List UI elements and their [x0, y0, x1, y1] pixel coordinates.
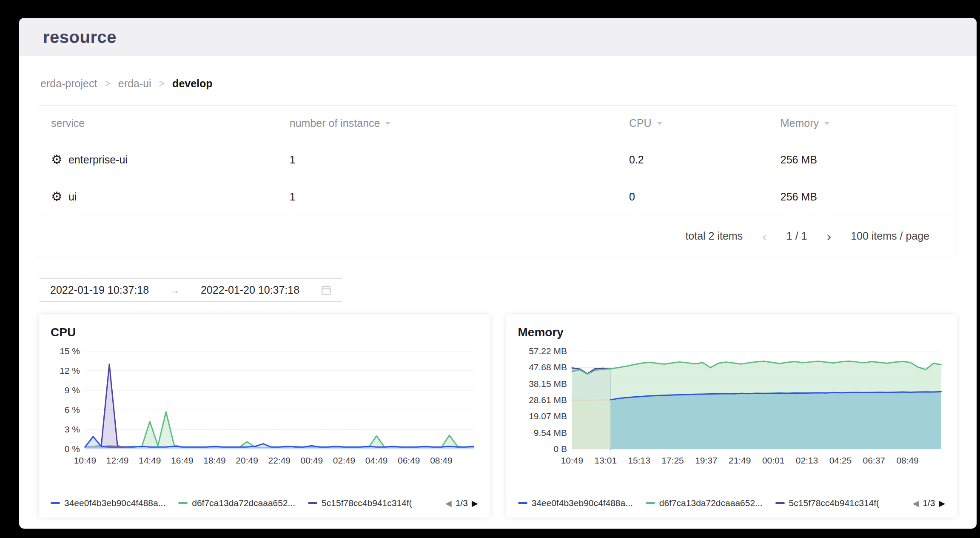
legend-item[interactable]: d6f7ca13da72dcaaa652... [646, 498, 763, 508]
x-axis-label: 10:49 [561, 455, 583, 465]
legend-marker-icon [518, 502, 527, 504]
x-axis-label: 02:49 [333, 455, 355, 465]
table-row[interactable]: ⚙ ui 1 0 256 MB [39, 178, 957, 215]
x-axis-label: 00:01 [762, 455, 784, 465]
memory-cell: 256 MB [769, 191, 957, 203]
legend-next-button[interactable]: ▶ [472, 498, 478, 508]
next-page-button[interactable]: › [827, 229, 832, 243]
x-axis-label: 06:49 [398, 455, 420, 465]
table-row[interactable]: ⚙ enterprise-ui 1 0.2 256 MB [39, 141, 957, 178]
legend-item[interactable]: 5c15f78cc4b941c314f( [775, 498, 880, 508]
y-axis-label: 47.68 MB [529, 362, 567, 372]
range-arrow-icon: → [170, 284, 180, 296]
x-axis-label: 12:49 [106, 455, 128, 465]
x-axis-label: 08:49 [896, 455, 918, 465]
breadcrumb-separator-icon: > [159, 78, 165, 89]
x-axis-label: 13:01 [594, 455, 616, 465]
x-axis-label: 06:37 [863, 455, 885, 465]
x-axis-label: 17:25 [661, 455, 684, 465]
legend-pager: ◀1/3▶ [445, 498, 478, 508]
column-header-memory[interactable]: Memory [769, 117, 957, 129]
legend-item[interactable]: 34ee0f4b3eb90c4f488a... [51, 498, 165, 508]
x-axis-label: 10:49 [74, 455, 96, 465]
caret-down-icon[interactable] [657, 122, 663, 125]
column-label: service [51, 117, 85, 129]
caret-down-icon[interactable] [385, 122, 391, 125]
breadcrumb-item-app[interactable]: erda-ui [118, 77, 151, 90]
chart-title: Memory [518, 326, 946, 339]
chart-legend: 34ee0f4b3eb90c4f488a...d6f7ca13da72dcaaa… [518, 498, 946, 508]
page-header: resource [19, 18, 977, 56]
legend-item[interactable]: d6f7ca13da72dcaaa652... [178, 498, 295, 508]
breadcrumb: erda-project > erda-ui > develop [39, 77, 957, 90]
resource-page: resource erda-project > erda-ui > develo… [19, 18, 977, 529]
x-axis-label: 14:49 [139, 455, 161, 465]
cpu-chart-card: CPU 0 %3 %6 %9 %12 %15 %10:4912:4914:491… [39, 315, 490, 518]
page-size-select[interactable]: 100 items / page [851, 230, 929, 242]
column-header-cpu[interactable]: CPU [617, 117, 769, 129]
page-title: resource [43, 28, 117, 47]
breadcrumb-separator-icon: > [105, 78, 110, 89]
x-axis-label: 08:49 [430, 455, 452, 465]
legend-label: 5c15f78cc4b941c314f( [322, 498, 412, 508]
legend-next-button[interactable]: ▶ [939, 498, 945, 508]
y-axis-label: 9 % [65, 385, 80, 395]
column-label: CPU [629, 117, 652, 129]
legend-label: d6f7ca13da72dcaaa652... [659, 498, 763, 508]
y-axis-label: 15 % [60, 346, 80, 356]
x-axis-label: 16:49 [171, 455, 193, 465]
column-header-instances[interactable]: number of instance [278, 117, 617, 129]
page-content: erda-project > erda-ui > develop service… [19, 77, 977, 518]
y-axis-label: 3 % [65, 424, 80, 434]
x-axis-label: 22:49 [268, 455, 290, 465]
cpu-chart-canvas: 0 %3 %6 %9 %12 %15 %10:4912:4914:4916:49… [51, 344, 478, 476]
x-axis-label: 21:49 [729, 455, 751, 465]
service-cell[interactable]: ⚙ enterprise-ui [39, 153, 278, 166]
table-header-row: service number of instance CPU Memory [39, 106, 957, 141]
legend-marker-icon [646, 502, 655, 504]
breadcrumb-item-project[interactable]: erda-project [40, 77, 97, 90]
y-axis-label: 19.07 MB [529, 411, 567, 421]
table-pagination: total 2 items ‹ 1 / 1 › 100 items / page [39, 215, 957, 257]
x-axis-label: 02:13 [795, 455, 818, 465]
service-cell[interactable]: ⚙ ui [39, 190, 278, 203]
x-axis-label: 04:25 [829, 455, 851, 465]
legend-page-indicator: 1/3 [456, 498, 468, 508]
services-table: service number of instance CPU Memory ⚙ [39, 105, 957, 257]
breadcrumb-item-branch: develop [172, 77, 212, 90]
legend-marker-icon [775, 502, 785, 504]
date-range-picker[interactable]: 2022-01-19 10:37:18 → 2022-01-20 10:37:1… [39, 278, 343, 302]
x-axis-label: 00:49 [301, 455, 323, 465]
memory-cell: 256 MB [769, 154, 957, 166]
caret-down-icon[interactable] [824, 122, 830, 125]
charts-section: CPU 0 %3 %6 %9 %12 %15 %10:4912:4914:491… [39, 315, 957, 518]
y-axis-label: 38.15 MB [529, 379, 567, 389]
range-start-value[interactable]: 2022-01-19 10:37:18 [50, 284, 149, 296]
service-name[interactable]: ui [68, 191, 77, 203]
legend-marker-icon [51, 502, 60, 504]
y-axis-label: 57.22 MB [529, 346, 567, 356]
memory-chart-card: Memory 0 B9.54 MB19.07 MB28.61 MB38.15 M… [506, 315, 957, 518]
legend-item[interactable]: 34ee0f4b3eb90c4f488a... [518, 498, 633, 508]
y-axis-label: 12 % [60, 366, 80, 375]
gear-icon: ⚙ [51, 190, 63, 203]
x-axis-label: 19:37 [695, 455, 717, 465]
y-axis-label: 0 B [553, 444, 567, 454]
column-label: Memory [781, 117, 819, 129]
column-label: number of instance [290, 117, 380, 129]
legend-prev-button[interactable]: ◀ [445, 498, 452, 508]
gear-icon: ⚙ [51, 153, 63, 166]
cpu-cell: 0.2 [617, 154, 769, 166]
legend-prev-button[interactable]: ◀ [913, 498, 919, 508]
y-axis-label: 9.54 MB [533, 428, 567, 438]
calendar-icon[interactable] [320, 284, 332, 296]
range-end-value[interactable]: 2022-01-20 10:37:18 [201, 284, 299, 296]
legend-item[interactable]: 5c15f78cc4b941c314f( [308, 498, 412, 508]
prev-page-button[interactable]: ‹ [762, 229, 767, 243]
total-items-label: total 2 items [685, 230, 743, 242]
chart-legend: 34ee0f4b3eb90c4f488a...d6f7ca13da72dcaaa… [51, 498, 478, 508]
x-axis-label: 18:49 [203, 455, 225, 465]
service-name[interactable]: enterprise-ui [68, 154, 128, 166]
series-line [85, 412, 474, 448]
legend-page-indicator: 1/3 [923, 498, 935, 508]
